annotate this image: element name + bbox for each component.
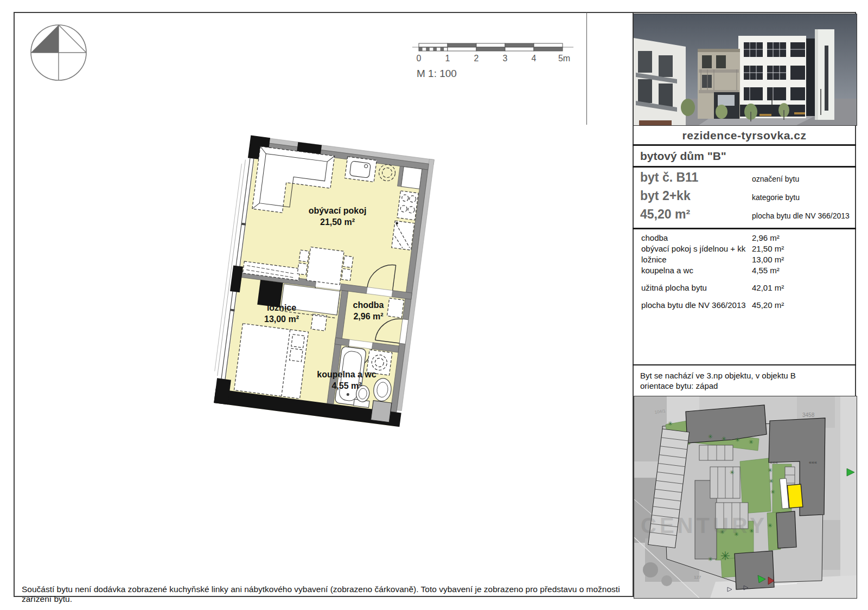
svg-text:✳: ✳	[767, 467, 772, 473]
title-block-inner-line	[586, 12, 587, 125]
rule	[633, 144, 856, 146]
scale-bar-checker	[419, 47, 448, 51]
room-row-area: 13,00 m²	[752, 255, 784, 264]
room-row-name: obývací pokoj s jídelnou + kk	[641, 244, 745, 253]
svg-text:✳: ✳	[768, 478, 773, 484]
apartment-area-label: plocha bytu dle NV 366/2013	[752, 211, 850, 220]
svg-text:«««: «««	[770, 460, 778, 465]
apartment-number: byt č. B11	[640, 170, 698, 185]
rule	[633, 228, 856, 229]
location-line-2: orientace bytu: západ	[640, 381, 718, 390]
website-title: rezidence-tyrsovka.cz	[633, 129, 856, 142]
room-label-bedroom: ložnice13,00 m²	[264, 302, 299, 325]
total-row-area: 45,20 m²	[752, 300, 784, 310]
svg-text:✳: ✳	[721, 435, 726, 442]
apartment-number-label: označení bytu	[752, 175, 799, 183]
scale-ratio-label: M 1: 100	[417, 68, 457, 79]
building-title: bytový dům "B"	[640, 150, 726, 163]
scale-tick: 1	[445, 54, 450, 63]
scale-tick: 3	[503, 54, 508, 63]
total-row-name: užitná plocha bytu	[641, 283, 707, 292]
room-row-name: ložnice	[641, 255, 667, 264]
apartment-category-label: kategorie bytu	[752, 193, 800, 202]
room-row-area: 4,55 m²	[752, 266, 780, 275]
svg-text:✳: ✳	[767, 522, 772, 529]
rule	[633, 364, 856, 365]
apartment-area: 45,20 m²	[640, 207, 690, 222]
total-row-name: plocha bytu dle NV 366/2013	[641, 300, 746, 310]
location-line-1: Byt se nachází ve 3.np objektu, v objekt…	[640, 371, 796, 380]
total-row-area: 42,01 m²	[752, 283, 784, 292]
floor-plan-drawing	[203, 125, 458, 442]
scale-tick: 5m	[558, 54, 570, 63]
room-row-area: 21,50 m²	[752, 244, 784, 253]
drawing-sheet: 0 1 2 3 4 5m M 1: 100	[0, 0, 868, 610]
room-label-hall: chodba2,96 m²	[353, 299, 384, 322]
scale-bar: 0 1 2 3 4 5m M 1: 100	[408, 36, 582, 85]
svg-text:✳: ✳	[667, 420, 672, 427]
svg-text:«««: «««	[809, 460, 817, 465]
room-label-bathroom: koupelna a wc4,55 m²	[317, 369, 376, 391]
room-row-area: 2,96 m²	[752, 233, 780, 242]
highlighted-unit	[787, 484, 803, 508]
building-render-photo	[633, 14, 857, 126]
watermark: CENTURY	[641, 513, 768, 537]
scale-tick: 4	[532, 54, 537, 63]
room-row-name: chodba	[641, 233, 668, 242]
svg-text:✳: ✳	[748, 439, 753, 445]
site-plan: ✳✳✳ ✳✳✳ ✳✳✳ ✳✳✳ ✳✳ ✳ ««« ««« 3458 104/1 …	[634, 396, 857, 599]
floor-plan: obývací pokoj21,50 m² ložnice13,00 m² ch…	[203, 125, 458, 442]
apartment-category: byt 2+kk	[640, 189, 691, 203]
svg-text:✳: ✳	[770, 489, 775, 495]
parcel-label: 3458	[802, 412, 815, 418]
svg-text:✳: ✳	[707, 556, 712, 562]
room-row-name: koupelna a wc	[641, 266, 693, 275]
scale-tick: 2	[474, 54, 479, 63]
svg-text:✳: ✳	[707, 433, 712, 440]
scale-tick: 0	[417, 54, 422, 63]
svg-text:✳: ✳	[729, 469, 734, 476]
north-compass-icon	[26, 21, 91, 85]
room-label-living: obývací pokoj21,50 m²	[309, 205, 367, 228]
svg-text:✳: ✳	[720, 549, 730, 563]
parcel-label: 127	[694, 575, 701, 580]
disclaimer-text: Součástí bytu není dodávka zobrazené kuc…	[22, 585, 624, 604]
rule	[633, 166, 856, 168]
svg-text:✳: ✳	[735, 436, 739, 443]
